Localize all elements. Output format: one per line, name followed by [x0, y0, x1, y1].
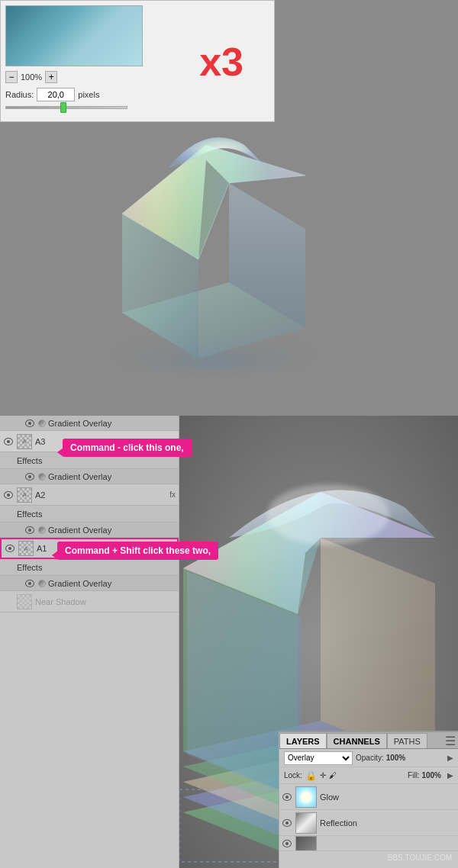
slider-thumb[interactable]	[60, 102, 66, 113]
panel-tabs: LAYERS CHANNELS PATHS ☰	[279, 732, 458, 749]
eye-icon-go3[interactable]	[24, 525, 35, 535]
glow-thumb	[295, 786, 317, 808]
panel-blend-controls: Overlay Opacity: 100% ▶	[279, 749, 458, 767]
a2-thumb: A	[17, 487, 32, 503]
near-shadow-label: Near Shadow	[35, 597, 176, 606]
panel-lock-controls: Lock: 🔒 ✛ 🖌 Fill: 100% ▶	[279, 767, 458, 784]
3d-shape-top	[61, 76, 351, 381]
a3-callout-arrow	[57, 448, 63, 457]
pixels-label: pixels	[78, 90, 99, 99]
effects-callout-arrow	[52, 551, 58, 560]
eye-icon-go1[interactable]	[24, 418, 35, 429]
gradient-overlay-top-label: Gradient Overlay	[48, 419, 176, 428]
move-icon[interactable]: ✛	[320, 771, 326, 780]
eye-icon-a2[interactable]	[3, 490, 14, 500]
fx-badge-a2: fx	[169, 490, 176, 499]
opacity-row: Opacity: 100%	[356, 754, 405, 762]
blur-dialog: − 100% + Radius: pixels x3	[0, 0, 275, 122]
gradient-icon-1	[38, 420, 46, 427]
eye-reflection[interactable]	[282, 819, 293, 827]
fill-expand-icon[interactable]: ▶	[447, 771, 453, 780]
eye-icon-a1[interactable]	[5, 543, 15, 554]
top-section: − 100% + Radius: pixels x3	[0, 0, 458, 416]
eye-extra[interactable]	[282, 840, 293, 847]
effects-a2-label: Effects	[17, 510, 176, 519]
blur-radius-row: Radius: pixels	[5, 88, 269, 101]
a2-label: A2	[35, 490, 168, 500]
extra-layer-item[interactable]	[279, 836, 458, 851]
glow-layer-item[interactable]: Glow	[279, 784, 458, 810]
bottom-section: BBS.TOUJIE.COM Gradient Overlay A A3 Eff…	[0, 416, 458, 868]
opacity-label: Opacity:	[356, 754, 384, 762]
x3-label: x3	[199, 39, 244, 85]
lock-label: Lock:	[284, 771, 302, 780]
tab-channels[interactable]: CHANNELS	[327, 733, 387, 748]
reflection-layer-name: Reflection	[320, 818, 357, 828]
paint-icon[interactable]: 🖌	[329, 771, 337, 780]
opacity-value: 100%	[386, 754, 406, 762]
fill-label: Fill: 100%	[408, 771, 441, 780]
gradient-overlay-2-row[interactable]: Gradient Overlay	[0, 469, 179, 484]
a3-callout-box: Command - click this one,	[63, 439, 192, 457]
zoom-level: 100%	[21, 72, 42, 82]
gradient-overlay-2-label: Gradient Overlay	[48, 472, 176, 481]
eye-icon-go4[interactable]	[24, 578, 35, 589]
gradient-icon-2	[38, 473, 46, 481]
lock-icon[interactable]: 🔒	[305, 770, 317, 781]
a2-layer-row[interactable]: A A2 fx	[0, 484, 179, 506]
svg-point-19	[267, 484, 389, 545]
gradient-icon-4	[38, 580, 46, 587]
panel-tabs-area: LAYERS CHANNELS PATHS ☰ Overlay Opacity:…	[279, 731, 458, 868]
expand-icon[interactable]: ▶	[447, 754, 453, 762]
zoom-plus-button[interactable]: +	[45, 71, 57, 83]
eye-icon-ns	[3, 596, 14, 607]
tab-paths[interactable]: PATHS	[387, 733, 427, 748]
blend-mode-select[interactable]: Overlay	[284, 751, 353, 765]
blur-preview	[5, 5, 143, 66]
gradient-overlay-top-row[interactable]: Gradient Overlay	[0, 416, 179, 431]
effects-a3-label: Effects	[17, 456, 176, 465]
slider-track[interactable]	[5, 106, 127, 109]
reflection-thumb	[295, 812, 317, 834]
eye-icon-a3[interactable]	[3, 436, 14, 447]
effects-a1-row[interactable]: Effects	[0, 559, 179, 576]
panel-menu-button[interactable]: ☰	[443, 733, 458, 748]
gradient-overlay-4-row[interactable]: Gradient Overlay	[0, 576, 179, 591]
near-shadow-row[interactable]: Near Shadow	[0, 591, 179, 612]
tab-layers[interactable]: LAYERS	[279, 733, 327, 748]
reflection-layer-item[interactable]: Reflection	[279, 810, 458, 836]
watermark: BBS.TOUJIE.COM	[388, 854, 452, 862]
gradient-overlay-3-label: Gradient Overlay	[48, 526, 176, 535]
eye-glow[interactable]	[282, 793, 293, 801]
near-shadow-thumb	[17, 594, 32, 609]
a1-thumb: A	[18, 541, 34, 556]
effects-callout-box: Command + Shift click these two,	[57, 542, 218, 560]
eye-icon-go2[interactable]	[24, 471, 35, 482]
radius-label: Radius:	[5, 90, 34, 99]
layers-panel: Gradient Overlay A A3 Effects Gradient O…	[0, 416, 179, 868]
radius-input[interactable]	[37, 88, 75, 101]
slider-row	[5, 106, 269, 117]
gradient-icon-3	[38, 526, 46, 534]
gradient-overlay-4-label: Gradient Overlay	[48, 579, 176, 588]
a3-thumb: A	[17, 434, 32, 449]
extra-thumb	[295, 836, 317, 851]
effects-a2-row[interactable]: Effects	[0, 506, 179, 522]
gradient-overlay-3-row[interactable]: Gradient Overlay	[0, 522, 179, 538]
zoom-minus-button[interactable]: −	[5, 71, 18, 83]
glow-layer-name: Glow	[320, 792, 339, 802]
effects-a1-label: Effects	[17, 563, 176, 572]
